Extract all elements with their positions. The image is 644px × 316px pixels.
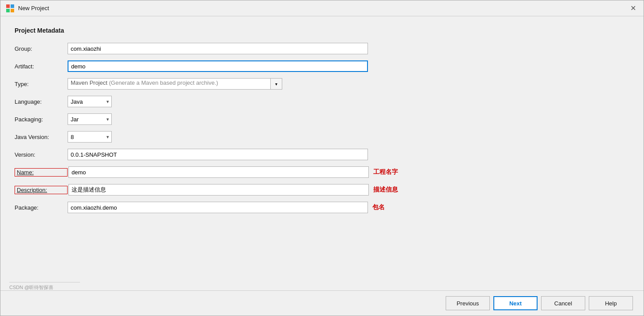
artifact-row: Artifact: [15, 60, 629, 72]
help-button[interactable]: Help [589, 296, 633, 310]
section-title: Project Metadata [15, 27, 629, 34]
type-row: Type: Maven Project (Generate a Maven ba… [15, 78, 629, 90]
close-button[interactable]: ✕ [628, 3, 638, 14]
packaging-select-wrapper: Jar War [68, 113, 112, 125]
name-annotation: 工程名字 [373, 168, 398, 176]
name-row: Name: 工程名字 [15, 166, 629, 178]
java-version-row: Java Version: 8 11 17 21 [15, 131, 629, 143]
package-label: Package: [15, 204, 68, 211]
title-bar-left: New Project [6, 4, 49, 13]
watermark: CSDN @听待智探喜 [9, 282, 80, 291]
java-version-select[interactable]: 8 11 17 21 [68, 131, 112, 143]
type-dropdown-button[interactable]: ▾ [271, 78, 282, 90]
new-project-dialog: New Project ✕ Project Metadata Group: Ar… [0, 0, 644, 316]
svg-rect-2 [6, 9, 10, 12]
description-row: Description: 描述信息 [15, 184, 629, 196]
group-label: Group: [15, 45, 68, 52]
artifact-input[interactable] [68, 60, 368, 72]
name-input[interactable] [68, 166, 369, 178]
language-label: Language: [15, 98, 68, 105]
description-label: Description: [15, 186, 68, 194]
java-version-select-wrapper: 8 11 17 21 [68, 131, 112, 143]
name-label: Name: [15, 168, 68, 177]
app-icon [6, 4, 15, 13]
artifact-label: Artifact: [15, 63, 68, 70]
svg-rect-1 [11, 4, 14, 8]
type-display: Maven Project (Generate a Maven based pr… [68, 78, 271, 90]
package-input[interactable] [68, 202, 368, 213]
package-row: Package: 包名 [15, 202, 629, 213]
dialog-content: Project Metadata Group: Artifact: Type: … [0, 16, 644, 290]
language-select[interactable]: Java Kotlin Groovy [68, 96, 112, 107]
type-select-wrapper: Maven Project (Generate a Maven based pr… [68, 78, 282, 90]
type-label: Type: [15, 81, 68, 87]
description-annotation: 描述信息 [373, 186, 398, 194]
dialog-footer: Previous Next Cancel Help [0, 290, 644, 316]
packaging-row: Packaging: Jar War [15, 113, 629, 125]
packaging-label: Packaging: [15, 116, 68, 123]
svg-rect-3 [11, 9, 14, 12]
next-button[interactable]: Next [493, 296, 538, 310]
packaging-select[interactable]: Jar War [68, 113, 112, 125]
language-row: Language: Java Kotlin Groovy [15, 96, 629, 107]
svg-rect-0 [6, 4, 10, 8]
window-title: New Project [18, 5, 49, 11]
language-select-wrapper: Java Kotlin Groovy [68, 96, 112, 107]
version-label: Version: [15, 151, 68, 158]
version-row: Version: [15, 149, 629, 160]
cancel-button[interactable]: Cancel [541, 296, 585, 310]
previous-button[interactable]: Previous [446, 296, 490, 310]
group-row: Group: [15, 43, 629, 54]
group-input[interactable] [68, 43, 368, 54]
title-bar: New Project ✕ [0, 0, 644, 16]
java-version-label: Java Version: [15, 134, 68, 140]
version-input[interactable] [68, 149, 368, 160]
package-annotation: 包名 [372, 203, 385, 211]
description-input[interactable] [68, 184, 369, 196]
